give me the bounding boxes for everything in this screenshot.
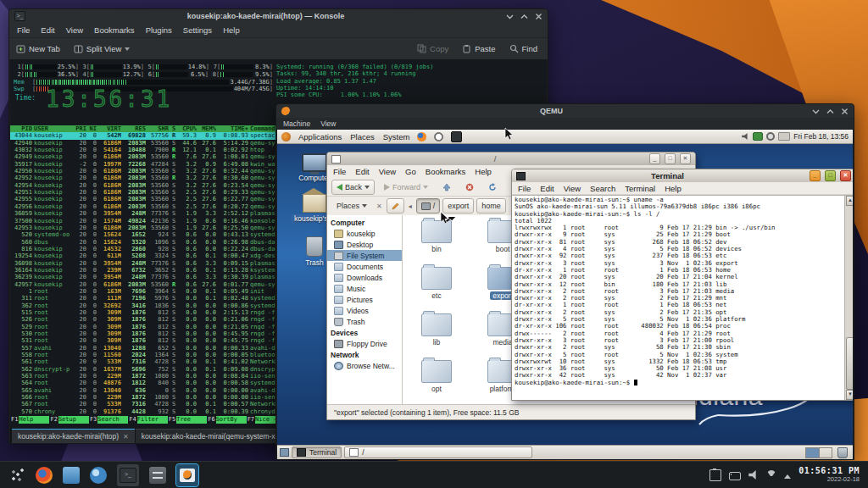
terminal-scrollbar[interactable]: ▲ ▼ xyxy=(844,196,853,400)
sidebar-item-music[interactable]: Music xyxy=(327,283,402,294)
menu-item-view[interactable]: View xyxy=(66,25,83,35)
find-button[interactable]: Find xyxy=(509,44,537,53)
qemu-task-button[interactable] xyxy=(176,464,198,486)
maximize-icon[interactable] xyxy=(826,108,834,115)
firefox-launcher-icon[interactable] xyxy=(417,132,426,141)
menu-item-view[interactable]: View xyxy=(564,184,581,193)
sidebar-item-floppy-drive[interactable]: Floppy Drive xyxy=(327,338,402,349)
sidebar-item-file-system[interactable]: File System xyxy=(327,250,402,261)
minimize-icon[interactable] xyxy=(506,13,514,20)
clipboard-icon[interactable] xyxy=(709,469,721,481)
digital-clock[interactable]: 01:56:31 PM 2022-02-18 xyxy=(798,467,860,484)
fkey-f6[interactable]: F6SortBy xyxy=(207,416,246,424)
split-view-button[interactable]: Split View xyxy=(74,44,131,53)
scroll-up-icon[interactable]: ▲ xyxy=(846,196,853,206)
menu-item-search[interactable]: Search xyxy=(590,184,615,193)
folder-opt[interactable]: opt xyxy=(409,360,464,395)
sidebar-item-videos[interactable]: Videos xyxy=(327,305,402,316)
menu-item-go[interactable]: Go xyxy=(405,167,416,176)
maximize-icon[interactable]: □ xyxy=(665,153,676,164)
close-icon[interactable] xyxy=(841,108,849,115)
column-header-ni[interactable]: NI xyxy=(88,125,97,132)
close-icon[interactable] xyxy=(535,13,542,20)
terminal-tab-0[interactable]: kousekip:ako-kaede-mirai(htop)✕ xyxy=(12,429,135,443)
workspace-1[interactable] xyxy=(806,448,819,458)
workspace-2[interactable] xyxy=(819,448,832,458)
menu-item-bookmarks[interactable]: Bookmarks xyxy=(94,25,135,35)
column-header-mem[interactable]: MEM% xyxy=(198,125,216,132)
firefox-icon[interactable] xyxy=(36,467,53,484)
column-header-time[interactable]: TIME+ xyxy=(218,125,248,132)
column-header-s[interactable]: S xyxy=(170,125,177,132)
menu-item-machine[interactable]: Machine xyxy=(283,119,310,128)
maximize-icon[interactable] xyxy=(520,13,528,20)
menu-item-help[interactable]: Help xyxy=(665,184,682,193)
sidebar-item-desktop[interactable]: Desktop xyxy=(327,239,402,250)
places-selector[interactable]: Places xyxy=(331,198,372,214)
settings-icon[interactable] xyxy=(149,467,166,484)
menu-item-help[interactable]: Help xyxy=(475,167,492,176)
column-header-shr[interactable]: SHR xyxy=(147,125,169,132)
folder-bin[interactable]: bin xyxy=(409,220,464,255)
column-header-user[interactable]: USER xyxy=(34,125,73,132)
fkey-f1[interactable]: F1Help xyxy=(10,416,49,424)
show-desktop-icon[interactable] xyxy=(280,448,289,457)
path-button-home[interactable]: home xyxy=(476,198,506,214)
browser-icon[interactable] xyxy=(90,467,107,484)
close-tab-icon[interactable]: ✕ xyxy=(123,433,129,441)
scrollbar-thumb[interactable] xyxy=(846,337,853,390)
tray-expander-icon[interactable] xyxy=(784,474,791,479)
close-icon[interactable]: ✕ xyxy=(840,170,851,181)
menu-item-file[interactable]: File xyxy=(333,167,346,176)
menu-item-edit[interactable]: Edit xyxy=(540,184,554,193)
menu-item-system[interactable]: System xyxy=(383,132,410,141)
trash-applet-icon[interactable] xyxy=(837,447,848,458)
fkey-f3[interactable]: F3Search xyxy=(89,416,128,424)
stop-button[interactable] xyxy=(460,180,479,195)
app-launcher-icon[interactable] xyxy=(8,467,25,484)
menu-item-file[interactable]: File xyxy=(518,184,531,193)
sidebar-item-kousekip[interactable]: kousekip xyxy=(327,228,402,239)
menu-item-view[interactable]: View xyxy=(379,167,396,176)
close-sidebar-icon[interactable]: ✕ xyxy=(376,202,382,210)
sidebar-item-documents[interactable]: Documents xyxy=(327,261,402,272)
taskbar-terminal-button[interactable]: Terminal xyxy=(292,446,342,458)
menu-item-settings[interactable]: Settings xyxy=(183,25,212,35)
clock-launcher-icon[interactable] xyxy=(434,132,443,141)
volume-icon[interactable] xyxy=(748,470,759,480)
menu-item-help[interactable]: Help xyxy=(223,25,240,35)
keyboard-icon[interactable] xyxy=(729,472,741,480)
close-icon[interactable]: ✕ xyxy=(680,153,691,164)
folder-etc[interactable]: etc xyxy=(409,267,464,302)
minimize-icon[interactable] xyxy=(812,108,820,115)
taskbar-filemanager-button[interactable]: / xyxy=(344,446,532,458)
back-button[interactable]: Back xyxy=(331,180,375,195)
maximize-icon[interactable]: □ xyxy=(825,170,836,181)
column-header-virt[interactable]: VIRT xyxy=(98,125,121,132)
volume-icon[interactable] xyxy=(742,133,749,141)
fkey-f5[interactable]: F5Tree xyxy=(168,416,207,424)
menu-item-edit[interactable]: Edit xyxy=(355,167,369,176)
menu-item-applications[interactable]: Applications xyxy=(298,132,342,141)
up-button[interactable] xyxy=(437,180,456,195)
guest-display[interactable]: ApplicationsPlacesSystem Fri Feb 18, 13:… xyxy=(277,130,853,459)
terminal-viewport[interactable]: kousekip@ako-kaede-mirai-sun:~$ uname -a… xyxy=(512,195,853,400)
minimize-icon[interactable]: _ xyxy=(649,153,660,164)
konsole-task-button[interactable]: >_ xyxy=(117,464,139,486)
sidebar-item-pictures[interactable]: Pictures xyxy=(327,294,402,305)
reload-button[interactable] xyxy=(483,180,502,195)
menu-item-bookmarks[interactable]: Bookmarks xyxy=(426,167,466,176)
paste-button[interactable]: Paste xyxy=(462,44,495,53)
openindiana-menu-icon[interactable] xyxy=(281,132,291,141)
sidebar-item-browse-netw---[interactable]: Browse Netw... xyxy=(327,360,402,371)
menu-item-places[interactable]: Places xyxy=(350,132,375,141)
terminal-launcher-icon[interactable] xyxy=(451,131,462,142)
column-header-cpu[interactable]: CPU% xyxy=(179,125,197,132)
dolphin-icon[interactable] xyxy=(63,467,80,484)
workspace-switcher[interactable] xyxy=(805,447,832,458)
menu-item-file[interactable]: File xyxy=(17,25,30,35)
new-tab-button[interactable]: New Tab xyxy=(16,44,60,53)
menu-item-plugins[interactable]: Plugins xyxy=(146,25,172,35)
sidebar-item-downloads[interactable]: Downloads xyxy=(327,272,402,283)
forward-button[interactable]: Forward xyxy=(379,180,433,195)
